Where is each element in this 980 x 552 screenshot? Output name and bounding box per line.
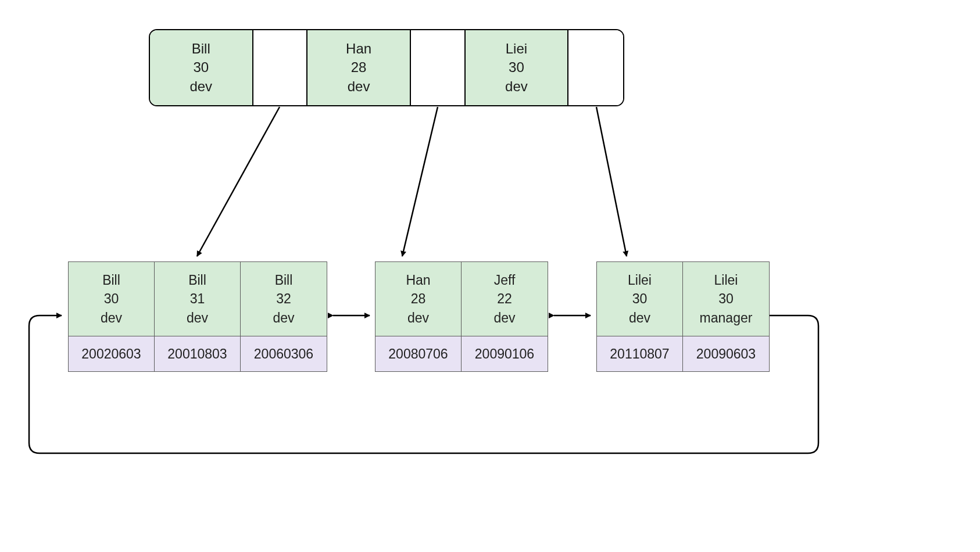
internal-key-1: Han 28 dev [307,30,411,105]
leaf-entry: Jeff 22 dev 20090106 [462,262,548,371]
key-role: dev [493,309,515,327]
key-age: 30 [104,289,119,308]
leaf-entry: Bill 32 dev 20060306 [241,262,327,371]
key-name: Jeff [494,271,516,289]
leaf-key: Han 28 dev [375,262,461,336]
key-role: dev [629,309,650,327]
key-role: dev [187,309,208,327]
key-name: Lilei [714,271,738,289]
internal-key-2: Liei 30 dev [466,30,569,105]
key-role: dev [348,77,370,96]
leaf-key: Bill 30 dev [69,262,154,336]
key-name: Han [406,271,430,289]
key-age: 30 [718,289,734,308]
key-name: Han [346,40,371,58]
leaf-value: 20090603 [683,336,769,371]
leaf-value: 20090106 [462,336,548,371]
leaf-value: 20080706 [375,336,461,371]
leaf-value: 20010803 [155,336,240,371]
svg-line-1 [402,107,438,256]
internal-pointer-0 [253,30,308,105]
key-age: 31 [190,289,205,308]
internal-node: Bill 30 dev Han 28 dev Liei 30 dev [149,29,624,106]
key-age: 32 [276,289,291,308]
internal-pointer-2 [568,30,623,105]
key-age: 30 [193,58,209,77]
key-role: dev [273,309,294,327]
internal-key-0: Bill 30 dev [150,30,253,105]
leaf-value: 20060306 [241,336,327,371]
key-role: dev [101,309,122,327]
btree-diagram: Bill 30 dev Han 28 dev Liei 30 dev Bill … [0,0,980,552]
key-role: dev [407,309,429,327]
svg-line-2 [596,107,627,256]
leaf-node-0: Bill 30 dev 20020603 Bill 31 dev 2001080… [68,261,327,372]
leaf-key: Bill 31 dev [155,262,240,336]
key-name: Bill [275,271,293,289]
leaf-entry: Bill 30 dev 20020603 [69,262,155,371]
leaf-node-2: Lilei 30 dev 20110807 Lilei 30 manager 2… [596,261,770,372]
leaf-node-1: Han 28 dev 20080706 Jeff 22 dev 20090106 [375,261,548,372]
internal-pointer-1 [411,30,466,105]
key-role: manager [700,309,753,327]
leaf-key: Bill 32 dev [241,262,327,336]
key-age: 28 [411,289,426,308]
key-name: Bill [188,271,206,289]
key-name: Bill [102,271,120,289]
key-age: 30 [632,289,648,308]
key-age: 28 [351,58,367,77]
leaf-entry: Lilei 30 manager 20090603 [683,262,769,371]
leaf-entry: Bill 31 dev 20010803 [155,262,241,371]
leaf-key: Lilei 30 manager [683,262,769,336]
leaf-key: Jeff 22 dev [462,262,548,336]
key-age: 22 [497,289,512,308]
leaf-value: 20020603 [69,336,154,371]
key-age: 30 [509,58,524,77]
leaf-entry: Lilei 30 dev 20110807 [597,262,683,371]
key-name: Lilei [628,271,652,289]
key-name: Liei [506,40,527,58]
key-role: dev [505,77,528,96]
key-role: dev [189,77,212,96]
key-name: Bill [192,40,210,58]
leaf-key: Lilei 30 dev [597,262,682,336]
svg-line-0 [197,107,280,256]
leaf-entry: Han 28 dev 20080706 [375,262,462,371]
leaf-value: 20110807 [597,336,682,371]
